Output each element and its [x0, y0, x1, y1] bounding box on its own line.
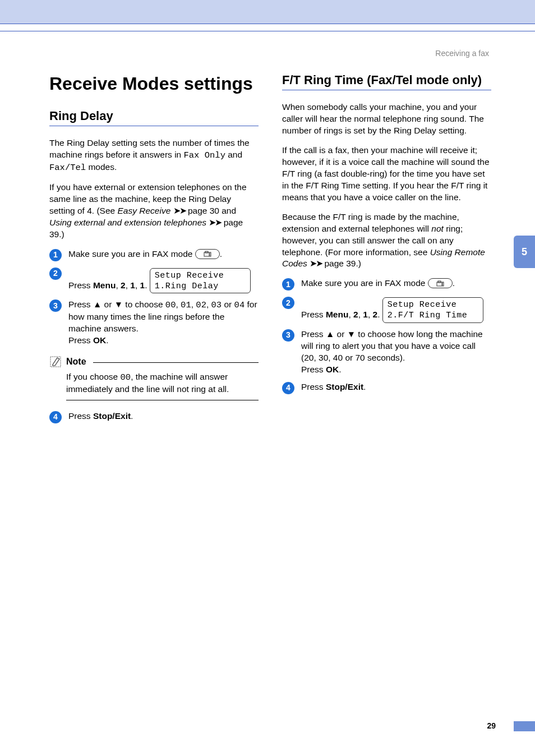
ring-delay-desc-2: If you have external or extension teleph…: [49, 182, 259, 241]
breadcrumb: Receiving a fax: [0, 31, 535, 59]
r-step-1: 1 Make sure you are in FAX mode .: [282, 278, 491, 291]
step-3: 3 Press ▲ or ▼ to choose 00, 01, 02, 03 …: [49, 299, 259, 347]
ft-desc-3: Because the F/T ring is made by the mach…: [282, 211, 491, 270]
step-number-1: 1: [49, 249, 62, 261]
svg-rect-6: [442, 282, 444, 286]
step-1: 1 Make sure you are in FAX mode .: [49, 248, 259, 261]
svg-rect-2: [210, 252, 211, 256]
down-arrow-icon: ▼: [114, 299, 123, 309]
step-number-4: 4: [282, 382, 294, 394]
step-number-2: 2: [49, 268, 62, 280]
fax-icon: [195, 249, 220, 259]
right-column: F/T Ring Time (Fax/Tel mode only) When s…: [282, 72, 491, 429]
fax-icon: [428, 278, 453, 288]
up-arrow-icon: ▲: [93, 299, 102, 309]
lcd-display: Setup Receive 1.Ring Delay: [150, 268, 251, 294]
step-number-3: 3: [282, 329, 294, 342]
step-number-4: 4: [49, 411, 62, 423]
step-4: 4 Press Stop/Exit.: [49, 411, 259, 423]
step-2: 2 Press Menu, 2, 1, 1. Setup Receive 1.R…: [49, 267, 259, 294]
top-bar: [0, 0, 535, 24]
ring-delay-desc-1: The Ring Delay setting sets the number o…: [49, 137, 259, 174]
lcd-display: Setup Receive 2.F/T Ring Time: [382, 297, 483, 323]
r-step-2: 2 Press Menu, 2, 1, 2. Setup Receive 2.F…: [282, 296, 491, 323]
note-icon: [49, 356, 63, 368]
left-column: Receive Modes settings Ring Delay The Ri…: [49, 72, 259, 429]
down-arrow-icon: ▼: [347, 329, 356, 339]
ft-desc-1: When somebody calls your machine, you an…: [282, 102, 491, 137]
section-ft-ring: F/T Ring Time (Fax/Tel mode only): [282, 72, 491, 91]
up-arrow-icon: ▲: [326, 329, 334, 339]
page-number: 29: [487, 721, 496, 731]
page-title: Receive Modes settings: [49, 72, 259, 95]
page-stub: [514, 721, 535, 731]
step-number-2: 2: [282, 297, 294, 309]
chapter-tab: 5: [514, 236, 535, 268]
r-step-3: 3 Press ▲ or ▼ to choose how long the ma…: [282, 329, 491, 376]
section-ring-delay: Ring Delay: [49, 108, 259, 127]
step-number-1: 1: [282, 278, 294, 291]
ft-desc-2: If the call is a fax, then your machine …: [282, 145, 491, 204]
step-number-3: 3: [49, 299, 62, 312]
r-step-4: 4 Press Stop/Exit.: [282, 381, 491, 394]
note-block: Note If you choose 00, the machine will …: [49, 356, 259, 400]
